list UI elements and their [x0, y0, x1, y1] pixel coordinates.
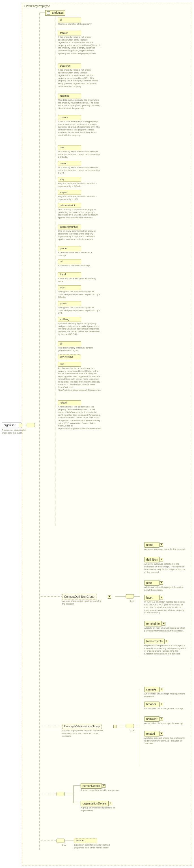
- element-desc: A natural language name for the concept.: [144, 548, 187, 551]
- attribute-pubconstraint[interactable]: pubconstraint: [58, 203, 81, 208]
- attribute-desc: If the property value is not empty, spec…: [58, 69, 101, 88]
- plus-icon[interactable]: +: [160, 596, 163, 599]
- root-desc: A person or organisation organising the …: [2, 429, 27, 434]
- element-desc: A set of properties specific to a person: [81, 789, 123, 792]
- attribute-label: literal: [60, 273, 79, 276]
- attribute-label: id: [60, 19, 79, 22]
- element-facet[interactable]: facet+: [144, 595, 159, 600]
- attribute-desc: A refinement of the semantics of the pro…: [58, 367, 101, 391]
- attribute-xml-lang[interactable]: xml:lang: [58, 317, 81, 322]
- attributes-group-box[interactable]: − attributes: [45, 10, 65, 16]
- attribute-any---other: any ##other: [58, 354, 81, 359]
- element-desc: An identifier of a more specific concept…: [144, 722, 187, 725]
- element-desc: An identifier of a concept with equivale…: [144, 692, 187, 698]
- attribute-whyuri[interactable]: whyuri: [58, 190, 81, 195]
- plus-icon[interactable]: +: [162, 622, 165, 625]
- diagram-canvas: Flex1PartyPropType organiser − A person …: [0, 0, 194, 868]
- attribute-desc: A refinement of the semantics of the pro…: [58, 405, 101, 430]
- attribute-desc: A qualified code which identifies a conc…: [58, 251, 101, 257]
- attribute-role[interactable]: role: [58, 362, 81, 367]
- attribute-label: modified: [60, 94, 79, 97]
- root-element-label: organiser: [4, 424, 15, 427]
- attribute-dir[interactable]: dir: [58, 341, 81, 346]
- attribute-uri[interactable]: uri: [58, 259, 81, 264]
- plus-icon[interactable]: +: [113, 725, 117, 728]
- attribute-label: creator: [60, 31, 79, 35]
- plus-icon[interactable]: +: [160, 558, 163, 561]
- attribute-howuri[interactable]: howuri: [58, 161, 81, 166]
- plus-icon[interactable]: +: [160, 581, 163, 585]
- attribute-label: any ##other: [60, 355, 79, 359]
- attribute-custom[interactable]: custom: [58, 115, 81, 120]
- attributes-label: attributes: [52, 11, 64, 14]
- minus-icon[interactable]: −: [47, 11, 50, 15]
- element-desc: A group of properties specific to an org…: [81, 806, 123, 812]
- element-organisationDetails[interactable]: organisationDetails+: [81, 801, 109, 806]
- type-label-box: Flex1PartyPropType: [24, 4, 50, 8]
- element-related[interactable]: related+: [144, 731, 159, 737]
- element-remoteInfo[interactable]: remoteInfo+: [144, 621, 162, 626]
- root-element-organiser[interactable]: organiser −: [2, 423, 22, 428]
- attribute-why[interactable]: why: [58, 177, 81, 182]
- attribute-desc: A free-text value assigned as property v…: [58, 277, 101, 283]
- element-hierarchyInfo[interactable]: hierarchyInfo+: [144, 639, 165, 644]
- plus-icon[interactable]: +: [160, 717, 163, 721]
- plus-icon[interactable]: +: [160, 688, 163, 691]
- element-note[interactable]: note+: [144, 580, 159, 586]
- attribute-desc: Indicates by which means the value was e…: [58, 166, 101, 175]
- element-sameAs[interactable]: sameAs+: [144, 687, 159, 692]
- element-personDetails[interactable]: personDetails+: [81, 783, 102, 788]
- element-desc: In NAR 1.8 and later, facet is deprecate…: [144, 600, 187, 614]
- attribute-desc: The local identifier of the property.: [58, 23, 101, 26]
- plus-icon[interactable]: +: [160, 732, 163, 736]
- element-narrower[interactable]: narrower+: [144, 716, 159, 722]
- attribute-id[interactable]: id: [58, 18, 81, 22]
- attribute-label: dir: [60, 342, 79, 345]
- plus-icon[interactable]: +: [165, 640, 168, 643]
- group-label: ConceptDefinitionGroup: [64, 595, 94, 598]
- attribute-qcode[interactable]: qcode: [58, 246, 81, 251]
- attribute-typeuri[interactable]: typeuri: [58, 301, 81, 306]
- plus-icon[interactable]: +: [109, 802, 112, 805]
- attribute-creatoruri[interactable]: creatoruri: [58, 64, 81, 68]
- attribute-literal[interactable]: literal: [58, 272, 81, 277]
- attribute-how[interactable]: how: [58, 145, 81, 150]
- attribute-desc: A URI which identifies a concept.: [58, 264, 101, 267]
- element-desc: A related concept, where the relationshi…: [144, 737, 187, 745]
- attribute-desc: One or many constraints that apply to pu…: [58, 208, 101, 219]
- attribute-desc: Why the metadata has been included - exp…: [58, 182, 101, 187]
- attribute-creator[interactable]: creator: [58, 31, 81, 35]
- attribute-desc: If set to true the corresponding propert…: [58, 120, 101, 137]
- attribute-label: custom: [60, 116, 79, 119]
- type-frame: [22, 3, 192, 865]
- group-desc: A group of properties required to indica…: [62, 729, 105, 738]
- attribute-label: whyuri: [60, 191, 79, 194]
- attribute-desc: Why the metadata has been included - exp…: [58, 195, 101, 200]
- attribute-label: creatoruri: [60, 64, 79, 67]
- attribute-label: why: [60, 178, 79, 181]
- plus-icon[interactable]: +: [102, 784, 106, 788]
- attribute-label: type: [60, 286, 79, 289]
- attribute-pubconstrainturi[interactable]: pubconstrainturi: [58, 225, 81, 229]
- attribute-desc: The type of the concept assigned as cont…: [58, 306, 101, 314]
- extension-multiplicity: 0..∞: [62, 844, 66, 846]
- attribute-label: role: [60, 363, 79, 366]
- plus-icon[interactable]: +: [160, 543, 163, 547]
- concept-definition-group[interactable]: ConceptDefinitionGroup +: [62, 594, 96, 599]
- element-definition[interactable]: definition+: [144, 557, 159, 562]
- element-broader[interactable]: broader+: [144, 702, 159, 707]
- concept-relationships-group[interactable]: ConceptRelationshipsGroup +: [62, 724, 102, 729]
- attribute-desc: One or many constraints that apply to pu…: [58, 230, 101, 241]
- plus-icon[interactable]: +: [108, 595, 111, 599]
- attribute-label: xml:lang: [60, 318, 79, 321]
- extension-label: ##other: [76, 839, 95, 842]
- plus-icon[interactable]: +: [160, 703, 163, 706]
- minus-icon[interactable]: −: [19, 424, 22, 427]
- element-desc: Additional natural language information …: [144, 586, 187, 591]
- attribute-type[interactable]: type: [58, 285, 81, 290]
- attribute-roleuri[interactable]: roleuri: [58, 400, 81, 405]
- element-name[interactable]: name+: [144, 542, 159, 548]
- element-desc: Represents the position of a concept in …: [144, 644, 187, 655]
- attribute-modified[interactable]: modified: [58, 94, 81, 98]
- attribute-desc: Specifies the language of this property …: [58, 322, 101, 336]
